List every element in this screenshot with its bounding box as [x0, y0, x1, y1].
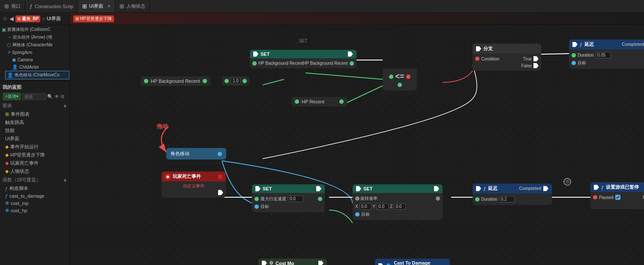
blueprint-icon-badge: ⊞ 凝光_BP	[15, 15, 40, 22]
delay2-duration-input[interactable]	[499, 196, 515, 202]
z-input[interactable]	[394, 203, 406, 210]
tree-item-collision[interactable]: ▣ 胶囊体组件 (CollisionC	[0, 26, 69, 33]
tree-item-camera[interactable]: ◉ Camera	[10, 56, 69, 63]
pause-exec-in	[594, 185, 599, 190]
pin-death-exec-out	[218, 190, 223, 195]
hp-bg-body: HP Background Recent	[141, 76, 210, 86]
node-player-death[interactable]: ◆ 玩家死亡事件 自定义事件	[162, 172, 226, 198]
event-graph-icon: ⊞	[5, 111, 9, 117]
player-death-header: ◆ 玩家死亡事件	[162, 172, 226, 181]
graph-item-skill[interactable]: 技能	[0, 126, 69, 135]
graph-item-event-run[interactable]: ◆ 事件开始运行	[0, 143, 69, 151]
eye-icon[interactable]: 👁	[54, 94, 59, 99]
graph-plus-icon[interactable]: +	[63, 103, 67, 109]
mesh-icon: ⬡	[7, 42, 11, 48]
graph-item-char-state[interactable]: ◆ 人物状态	[0, 167, 69, 175]
search-icon[interactable]: 🔍	[47, 94, 53, 99]
node-hp-bg-recent[interactable]: HP Background Recent	[141, 76, 210, 86]
node-cost-mp[interactable]: ⚙ Cost Mp	[258, 259, 327, 265]
cost-mp-header: ⚙ Cost Mp	[258, 259, 327, 265]
compare-body: <=	[383, 69, 417, 90]
tree-item-arrow[interactable]: → 箭头组件 (Arrow) (维	[5, 33, 69, 41]
graph-item-player-death[interactable]: ◆ 玩家死亡事件	[0, 159, 69, 167]
delay1-duration-input[interactable]	[596, 52, 611, 58]
left-panel: ☆ ◀ ⊞ 凝光_BP > UI界面 ▣ 胶囊体组件 (CollisionC →…	[0, 13, 70, 265]
breadcrumb-sep: >	[42, 16, 45, 21]
paused-checkbox[interactable]	[615, 195, 620, 200]
char-move-icon: 👤	[7, 72, 13, 78]
delay1-body: Duration 目标	[569, 49, 644, 69]
graph-section-header[interactable]: 图表 +	[0, 101, 69, 110]
set-hp-body: HP Background Recent HP Background Recen…	[250, 58, 356, 68]
pin-set3-out	[434, 186, 439, 191]
y-input[interactable]	[377, 203, 389, 210]
functions-header[interactable]: 函数（28可覆盖） +	[0, 175, 69, 184]
cast-damage-icon: ƒ	[5, 193, 8, 199]
set-rotation-header: SET	[353, 184, 443, 193]
node-character-move[interactable]: 角色移动	[166, 148, 226, 160]
connections-svg	[70, 13, 644, 265]
var-cost-hp[interactable]: ⊕ cost_hp	[0, 207, 69, 214]
pin-cmp-out	[406, 75, 410, 79]
back-arrow-icon[interactable]: ◀	[9, 15, 14, 22]
node-cast-to-damage[interactable]: 🔷 Cast To Damage 目标是凝光_BP	[375, 259, 450, 265]
add-new-button[interactable]: +新增▾	[3, 93, 21, 100]
delay2-exec-in	[476, 186, 481, 191]
func-item-construct[interactable]: ƒ 构造脚本	[0, 184, 69, 193]
hp-recent-body: HP Recent	[291, 97, 347, 106]
node-compare[interactable]: <=	[383, 69, 417, 90]
delay2-body: Duration	[473, 193, 552, 205]
char-state-icon: ◆	[5, 169, 9, 174]
tree-item-childactor[interactable]: 👤 ChildActor	[10, 63, 69, 71]
node-set-max-walk[interactable]: SET 最大行走速度 目标	[252, 184, 325, 212]
graph-item-hp-bg[interactable]: ◆ HP背景逐步下降	[0, 151, 69, 159]
pin-char-move-out	[218, 152, 222, 156]
tab-construction[interactable]: ƒ Construction Scrip	[25, 0, 78, 12]
tab-viewport[interactable]: ⊞ 视口	[0, 0, 25, 12]
node-delay-2[interactable]: ƒ 延迟 Completed Duration	[473, 184, 552, 205]
node-set-hp-bg[interactable]: SET SET HP Background Recent HP Backgrou…	[250, 45, 356, 68]
graph-item-jump[interactable]: 触发跳高	[0, 118, 69, 126]
rotation-target-row: 目标	[355, 211, 440, 218]
tab-ui-interface[interactable]: ⊞ UI界面 ✕	[78, 0, 115, 12]
func-item-cast-damage[interactable]: ƒ cast_to_damage	[0, 193, 69, 199]
cast-exec-in	[378, 263, 383, 265]
max-walk-input[interactable]	[288, 196, 303, 202]
star-icon[interactable]: ☆	[3, 15, 8, 22]
tab-character-state[interactable]: ⊞ 人物状态	[115, 0, 150, 12]
tab-close-ui[interactable]: ✕	[107, 4, 111, 9]
cast-to-damage-header: 🔷 Cast To Damage 目标是凝光_BP	[375, 259, 450, 265]
pin-cmp-in1	[389, 75, 393, 79]
tree-item-char-move[interactable]: 👤 角色移动 (CharMoveCo	[5, 71, 69, 79]
childactor-icon: 👤	[12, 64, 18, 70]
pin-paused-in	[593, 195, 597, 199]
pin-hp-bg-in	[252, 61, 257, 66]
viewport-icon: ⊞	[4, 3, 9, 9]
delay2-exec-out	[543, 186, 548, 191]
delay1-exec-in	[572, 42, 578, 47]
search-input[interactable]	[22, 93, 46, 100]
tree-item-springarm[interactable]: ↗ SpringArm	[5, 49, 69, 56]
node-branch[interactable]: 分支 Condition True False	[473, 44, 541, 71]
branch-body: Condition True False	[473, 54, 541, 71]
var-cost-mp[interactable]: ⊕ cost_mp	[0, 199, 69, 207]
graph-item-event-graph[interactable]: ⊞ 事件图表	[0, 110, 69, 118]
graph-item-ui[interactable]: UI界面	[0, 135, 69, 143]
canvas-area[interactable]: ⊞ HP背景逐步下降	[70, 13, 644, 265]
tree-item-mesh[interactable]: ⬡ 网格体 (CharacterMe	[5, 41, 69, 49]
pin-hp-bg-out	[350, 61, 354, 66]
node-delay-1[interactable]: ƒ 延迟 Completed Duration 目标	[569, 39, 644, 69]
pin-row-hp-bg-in: HP Background Recent HP Background Recen…	[252, 60, 354, 66]
functions-plus-icon[interactable]: +	[63, 177, 67, 183]
set-rotation-body: 旋转速率 X Y Z 目标	[353, 193, 443, 220]
settings-icon[interactable]: ⚙	[60, 94, 65, 99]
xyz-row: X Y Z	[355, 202, 440, 211]
node-set-rotation[interactable]: SET 旋转速率 X Y Z	[353, 184, 443, 220]
branch-header: 分支	[473, 44, 541, 54]
branch-condition-row: Condition True	[475, 55, 539, 62]
x-input[interactable]	[359, 203, 371, 210]
pin-false-out	[533, 63, 539, 68]
set-label-top: SET	[250, 39, 356, 43]
node-hp-recent[interactable]: HP Recent	[291, 97, 347, 106]
node-set-game-paused[interactable]: ƒ 设置游戏已暂停 Paused Return Value	[590, 182, 644, 209]
